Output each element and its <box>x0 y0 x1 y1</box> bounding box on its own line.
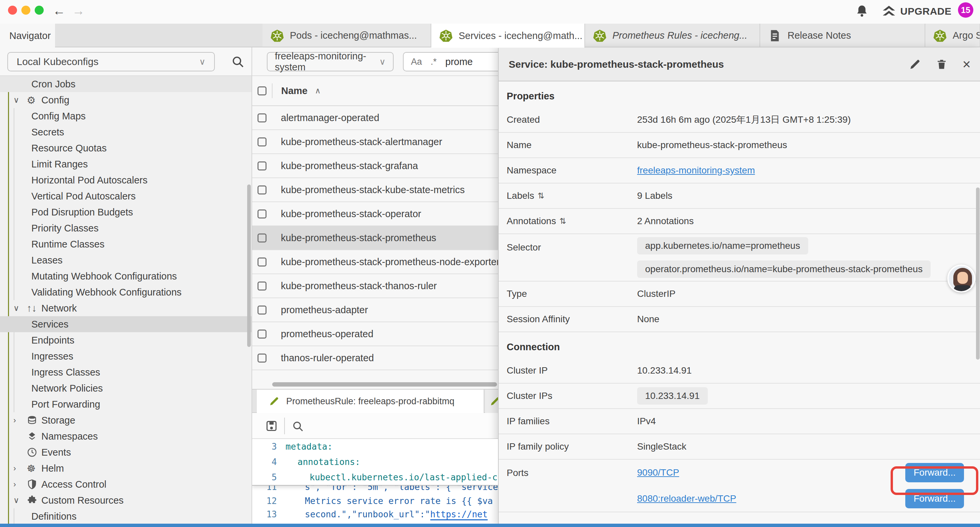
sidebar-item-config-maps[interactable]: Config Maps <box>0 108 252 124</box>
editor-tab-partial[interactable] <box>485 390 498 413</box>
namespace-link[interactable]: freeleaps-monitoring-system <box>637 165 755 175</box>
sidebar-item-pod-disruption-budgets[interactable]: Pod Disruption Budgets <box>0 204 252 220</box>
port-link[interactable]: 9090/TCP <box>637 467 679 478</box>
tab-4[interactable]: Release Notes <box>760 24 925 47</box>
sidebar-item-ingresses[interactable]: Ingresses <box>0 348 252 364</box>
chevron-right-icon[interactable]: › <box>13 416 27 425</box>
sidebar-item-namespaces[interactable]: Namespaces <box>0 428 252 444</box>
traffic-light-maximize[interactable] <box>35 6 44 15</box>
sidebar-item-helm[interactable]: ›☸Helm <box>0 460 252 476</box>
sidebar-item-horizontal-pod-autoscalers[interactable]: Horizontal Pod Autoscalers <box>0 172 252 188</box>
sort-toggle-icon[interactable]: ⇅ <box>559 217 566 226</box>
edit-button[interactable] <box>909 58 921 70</box>
chevron-right-icon[interactable]: › <box>13 480 27 489</box>
chevron-right-icon[interactable]: › <box>13 463 27 473</box>
tab-3[interactable]: Prometheus Rules - icecheng... <box>585 24 760 47</box>
table-row[interactable]: kube-prometheus-stack-kube-state-metrics <box>252 178 498 202</box>
chevron-down-icon[interactable]: ∨ <box>13 304 27 313</box>
table-row[interactable]: kube-prometheus-stack-thanos-ruler <box>252 274 498 298</box>
helm-icon: ☸ <box>27 463 41 474</box>
sidebar-item-network[interactable]: ∨↑↓Network <box>0 300 252 316</box>
regex-toggle[interactable]: .* <box>431 57 437 67</box>
tab-1[interactable]: Pods - icecheng@mathmas... <box>262 24 431 47</box>
sidebar-item-resource-quotas[interactable]: Resource Quotas <box>0 140 252 156</box>
table-row[interactable]: thanos-ruler-operated <box>252 346 498 370</box>
table-row[interactable]: kube-prometheus-stack-prometheus <box>252 226 498 250</box>
sidebar-item-validating-webhook-configurations[interactable]: Validating Webhook Configurations <box>0 284 252 300</box>
sidebar-item-leases[interactable]: Leases <box>0 252 252 268</box>
row-checkbox[interactable] <box>258 113 267 123</box>
sidebar-item-runtime-classes[interactable]: Runtime Classes <box>0 236 252 252</box>
table-row[interactable]: alertmanager-operated <box>252 106 498 130</box>
close-panel-button[interactable]: × <box>963 56 970 72</box>
port-link[interactable]: 8080:reloader-web/TCP <box>637 493 736 504</box>
tab-5[interactable]: Argo Se <box>925 24 980 47</box>
label-chip: operator.prometheus.io/name=kube-prometh… <box>637 258 980 281</box>
sidebar-item-network-policies[interactable]: Network Policies <box>0 380 252 396</box>
sidebar-search-button[interactable] <box>231 55 245 69</box>
forward-button[interactable]: → <box>72 3 85 19</box>
row-checkbox[interactable] <box>258 209 267 218</box>
sidebar-item-port-forwarding[interactable]: Port Forwarding <box>0 396 252 412</box>
select-all-checkbox[interactable] <box>258 86 267 96</box>
editor-tab[interactable]: PrometheusRule: freeleaps-prod-rabbitmq <box>257 390 484 413</box>
row-checkbox[interactable] <box>258 258 267 266</box>
row-checkbox[interactable] <box>258 137 267 146</box>
row-checkbox[interactable] <box>258 234 267 242</box>
profile-badge[interactable]: 15 <box>958 2 973 18</box>
resource-panel: freeleaps-monitoring-system ∨ Aa .* prom… <box>252 47 498 527</box>
notification-bell-button[interactable] <box>854 4 869 19</box>
navigator-tab[interactable]: Navigator <box>0 24 55 48</box>
sidebar-item-vertical-pod-autoscalers[interactable]: Vertical Pod Autoscalers <box>0 188 252 204</box>
sidebar-item-storage[interactable]: ›Storage <box>0 412 252 428</box>
sort-ascending-icon[interactable]: ∧ <box>315 86 321 96</box>
row-checkbox[interactable] <box>258 306 267 315</box>
sidebar-item-definitions[interactable]: Definitions <box>0 508 252 524</box>
sidebar-item-access-control[interactable]: ›Access Control <box>0 476 252 492</box>
kubeconfig-dropdown[interactable]: Local Kubeconfigs ∨ <box>7 52 215 72</box>
row-checkbox[interactable] <box>258 330 267 339</box>
chevron-down-icon[interactable]: ∨ <box>13 96 27 105</box>
table-row[interactable]: prometheus-adapter <box>252 298 498 322</box>
sidebar-item-cron-jobs[interactable]: Cron Jobs <box>0 76 252 92</box>
runbook-link[interactable]: https://net <box>430 509 488 520</box>
upgrade-button[interactable]: UPGRADE <box>882 5 951 18</box>
horizontal-scrollbar[interactable] <box>272 382 497 387</box>
row-checkbox[interactable] <box>258 353 267 363</box>
row-checkbox[interactable] <box>258 161 267 170</box>
table-row[interactable]: prometheus-operated <box>252 322 498 346</box>
panel-scrollbar[interactable] <box>976 188 980 360</box>
sidebar-item-mutating-webhook-configurations[interactable]: Mutating Webhook Configurations <box>0 268 252 284</box>
yaml-editor[interactable]: 11s", "for": "5m", "labels": { "service"… <box>252 439 498 527</box>
table-row[interactable]: kube-prometheus-stack-prometheus-node-ex… <box>252 250 498 274</box>
sort-toggle-icon[interactable]: ⇅ <box>538 191 544 201</box>
row-checkbox[interactable] <box>258 185 267 194</box>
resource-search-input[interactable]: Aa .* prome <box>403 52 498 72</box>
save-button[interactable] <box>265 420 278 432</box>
row-checkbox[interactable] <box>258 282 267 291</box>
table-row[interactable]: kube-prometheus-stack-alertmanager <box>252 130 498 154</box>
sidebar-item-ingress-classes[interactable]: Ingress Classes <box>0 364 252 380</box>
name-column-header[interactable]: Name <box>281 85 307 96</box>
traffic-light-minimize[interactable] <box>21 6 30 15</box>
case-sensitive-toggle[interactable]: Aa <box>411 57 422 67</box>
tab-2[interactable]: Services - icecheng@math...× <box>431 24 585 48</box>
chevron-down-icon[interactable]: ∨ <box>13 496 27 505</box>
sidebar-item-events[interactable]: Events <box>0 444 252 460</box>
editor-search-button[interactable] <box>291 420 304 433</box>
sidebar-item-services[interactable]: Services <box>0 316 252 332</box>
sidebar-item-custom-resources[interactable]: ∨Custom Resources <box>0 492 252 508</box>
sidebar-item-endpoints[interactable]: Endpoints <box>0 332 252 348</box>
table-row[interactable]: kube-prometheus-stack-operator <box>252 202 498 226</box>
back-button[interactable]: ← <box>53 3 65 19</box>
table-row[interactable]: kube-prometheus-stack-grafana <box>252 154 498 178</box>
sidebar-item-secrets[interactable]: Secrets <box>0 124 252 140</box>
delete-button[interactable] <box>935 58 948 70</box>
sidebar-item-config[interactable]: ∨⚙Config <box>0 92 252 108</box>
sidebar-item-limit-ranges[interactable]: Limit Ranges <box>0 156 252 172</box>
sidebar-scrollbar[interactable] <box>247 185 251 347</box>
traffic-light-close[interactable] <box>8 6 17 15</box>
namespace-dropdown[interactable]: freeleaps-monitoring-system ∨ <box>267 52 394 72</box>
sidebar-item-priority-classes[interactable]: Priority Classes <box>0 220 252 236</box>
avatar[interactable] <box>947 264 975 293</box>
